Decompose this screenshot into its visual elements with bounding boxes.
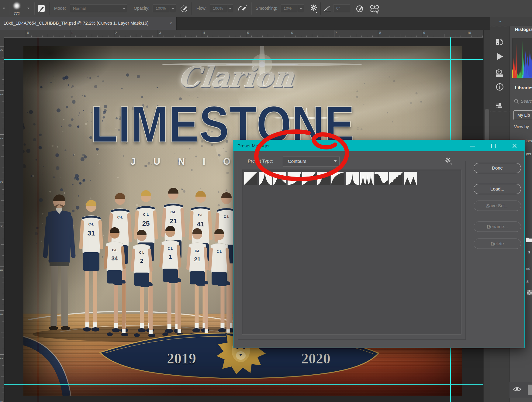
layer-label-fragment: yer (526, 152, 531, 156)
preset-manager-menu-gear-icon[interactable] (444, 157, 453, 165)
options-bar: 772 Mode: Normal Opacity: 100% Flow: 100… (0, 0, 532, 18)
opacity-value-field[interactable]: 100% (153, 4, 170, 12)
preset-type-row: Preset Type: Contours (246, 154, 456, 167)
close-button[interactable] (510, 140, 520, 151)
preset-type-dropdown[interactable]: Contours (283, 156, 340, 167)
search-icon (514, 99, 519, 104)
brush-angle-icon (323, 5, 332, 12)
delete-button[interactable]: Delete (474, 239, 521, 249)
guide-horizontal-bottom[interactable] (4, 384, 483, 385)
layer-thumbnail-fragment[interactable] (528, 384, 532, 395)
contour-preset-cove-deep[interactable] (288, 172, 301, 185)
transparency-checker-icon (527, 290, 532, 295)
maximize-button[interactable] (488, 140, 499, 151)
libraries-panel-title: Libraries (515, 85, 532, 90)
contour-preset-ring[interactable] (346, 172, 359, 185)
toggle-brush-panel-icon[interactable] (37, 4, 46, 13)
airbrush-icon[interactable] (238, 4, 248, 13)
pressure-size-icon[interactable] (356, 4, 365, 13)
guide-horizontal-top[interactable] (4, 59, 483, 60)
brush-preset-preview[interactable] (12, 1, 21, 10)
contour-preset-cone[interactable] (259, 172, 272, 185)
channels-fragment: s (528, 250, 530, 254)
tool-preset-picker-chevron[interactable] (1, 4, 7, 13)
ruler-top-number: 6 (291, 31, 293, 35)
contour-preset-sawtooth-1[interactable] (404, 172, 417, 185)
brush-size-value: 772 (11, 12, 22, 16)
rename-button[interactable]: Rename... (474, 222, 521, 232)
year-left: 2019 (167, 350, 196, 366)
smoothing-options-gear-icon[interactable] (309, 4, 319, 13)
ruler-top-number: 9 (423, 31, 425, 35)
done-button[interactable]: Done (474, 163, 521, 173)
info-panel-icon[interactable] (495, 82, 504, 91)
contour-preset-rolling-slope-descending[interactable] (375, 172, 388, 185)
symmetry-butterfly-icon[interactable] (369, 4, 380, 14)
year-right: 2020 (301, 350, 330, 366)
ruler-top-number: 3 (159, 31, 161, 35)
histogram-panel-title: Histogra (515, 27, 532, 32)
brush-angle-field[interactable]: 0° (333, 4, 350, 12)
layer-visibility-eye-icon[interactable] (513, 387, 521, 392)
blend-fragment: nd (526, 266, 530, 271)
separator (353, 2, 353, 15)
pressure-opacity-icon[interactable] (180, 4, 189, 13)
ruler-top-number: 0 (27, 31, 29, 35)
separator (10, 2, 10, 15)
contour-preset-linear[interactable] (244, 172, 257, 185)
ruler-corner (0, 30, 4, 37)
contour-preset-cone-asymmetrical[interactable] (273, 172, 286, 185)
my-libraries-button[interactable]: My Lib (513, 110, 532, 120)
document-tab-title: 10x8_1D4A7654_CLJHBBB_TM.psd @ 72.2% (Cu… (4, 21, 149, 26)
ruler-top-number: 1 (71, 31, 73, 35)
separator (320, 2, 321, 15)
separator (251, 2, 252, 15)
dialog-titlebar[interactable]: Preset Manager (233, 140, 524, 151)
actions-play-icon[interactable] (495, 52, 504, 61)
opacity-chevron[interactable] (170, 4, 176, 12)
smoothing-chevron[interactable] (298, 4, 304, 12)
libraries-search-input[interactable]: Searc (521, 99, 532, 104)
photoshop-window: 772 Mode: Normal Opacity: 100% Flow: 100… (0, 0, 532, 402)
normal-fragment: al (526, 279, 529, 283)
document-tab[interactable]: 10x8_1D4A7654_CLJHBBB_TM.psd @ 72.2% (Cu… (0, 17, 177, 30)
separator (34, 2, 35, 15)
guide-vertical-left[interactable] (38, 37, 38, 402)
preset-manager-dialog: Preset Manager Preset Type: Contours Don… (233, 140, 525, 348)
preset-list-area[interactable] (242, 170, 461, 334)
ruler-top-number: 8 (379, 31, 381, 35)
contour-preset-cove-shallow[interactable] (302, 172, 316, 185)
histogram-graphic (512, 39, 532, 78)
snapshot-panel-icon[interactable] (495, 38, 504, 47)
contour-preset-ring-double[interactable] (360, 172, 374, 185)
minimize-button[interactable] (468, 140, 478, 151)
separator (49, 2, 50, 15)
3d-panel-icon[interactable] (495, 68, 504, 77)
contour-preset-gaussian[interactable] (317, 172, 330, 185)
ruler-top-number: 4 (203, 31, 205, 35)
load-button[interactable]: Load... (474, 184, 521, 194)
flow-chevron[interactable] (227, 4, 233, 12)
flow-label: Flow: (196, 6, 206, 11)
ruler-top: 012345678910 (4, 30, 483, 38)
blend-mode-select[interactable]: Normal (70, 4, 127, 12)
layer-row-fragment (510, 382, 532, 398)
folder-icon[interactable] (526, 236, 532, 242)
separator (192, 2, 192, 15)
ruler-top-number: 2 (115, 31, 117, 35)
flow-value-field[interactable]: 100% (210, 4, 227, 12)
smoothing-value-field[interactable]: 10% (281, 4, 298, 12)
preset-type-value: Contours (288, 159, 306, 164)
contour-preset-half-round[interactable] (331, 172, 344, 185)
save-set-button[interactable]: Save Set... (474, 201, 521, 211)
tab-close-icon[interactable]: × (168, 20, 174, 26)
colors-label-fragment: lors (526, 139, 532, 143)
mode-label: Mode: (54, 6, 66, 11)
ruler-top-number: 7 (335, 31, 337, 35)
tool-presets-panel-icon[interactable] (495, 101, 504, 110)
ruler-top-number: 5 (247, 31, 249, 35)
brush-picker-chevron[interactable] (26, 4, 32, 13)
contour-preset-rounded-steps[interactable] (389, 172, 402, 185)
smoothing-label: Smoothing: (256, 6, 277, 11)
collapse-panels-icon[interactable]: « (499, 19, 501, 23)
